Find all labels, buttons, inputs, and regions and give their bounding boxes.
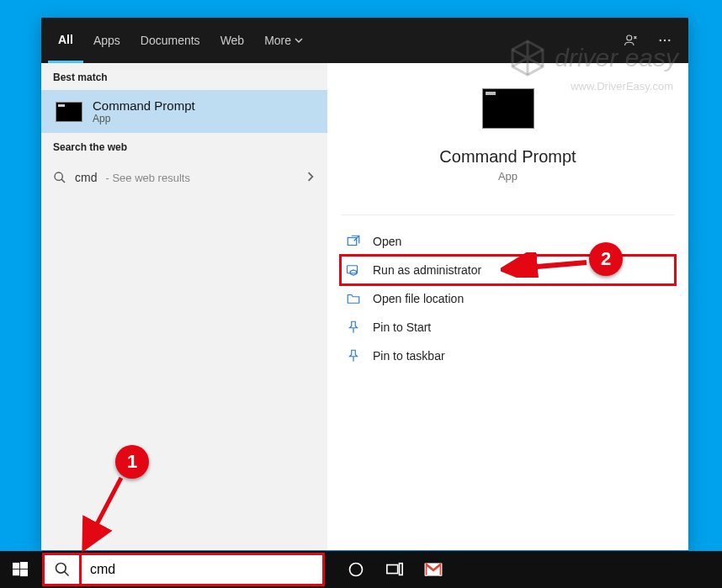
cortana-button[interactable] (337, 551, 375, 588)
search-icon (53, 171, 66, 184)
chevron-right-icon (305, 170, 316, 185)
annotation-badge-2: 2 (589, 242, 623, 276)
tab-more[interactable]: More (254, 18, 313, 63)
cortana-icon (348, 561, 364, 578)
web-hint: - See web results (105, 172, 189, 184)
action-run-as-administrator[interactable]: Run as administrator (341, 256, 675, 284)
gmail-icon (424, 563, 443, 576)
action-run-admin-label: Run as administrator (373, 263, 481, 277)
svg-point-2 (664, 40, 666, 41)
svg-point-0 (627, 35, 632, 40)
svg-rect-14 (400, 564, 403, 575)
web-query: cmd (75, 171, 97, 184)
action-open-file-location[interactable]: Open file location (341, 284, 675, 313)
windows-logo-icon (13, 562, 28, 577)
result-subtitle: App (93, 113, 195, 124)
search-web-label: Search the web (41, 133, 327, 160)
search-tabs: All Apps Documents Web More (41, 18, 688, 63)
taskbar-search-icon[interactable] (45, 555, 82, 584)
best-match-result[interactable]: Command Prompt App (41, 90, 327, 133)
more-options-icon[interactable] (648, 24, 682, 57)
preview-thumbnail-icon (482, 88, 534, 129)
taskbar-search-input[interactable] (82, 555, 322, 584)
pin-start-icon (346, 320, 361, 335)
svg-rect-7 (13, 563, 19, 569)
annotation-badge-1: 1 (115, 445, 149, 479)
web-result-row[interactable]: cmd - See web results (41, 160, 327, 195)
preview-pane: Command Prompt App Open Run as administr… (327, 63, 688, 550)
start-button[interactable] (0, 551, 40, 588)
svg-rect-8 (20, 562, 28, 569)
run-admin-icon (346, 262, 361, 278)
result-title: Command Prompt (93, 98, 195, 113)
action-pin-start-label: Pin to Start (373, 320, 431, 334)
feedback-icon[interactable] (614, 24, 648, 57)
svg-point-4 (55, 172, 62, 180)
svg-rect-10 (20, 569, 28, 576)
action-open-label: Open (373, 235, 401, 248)
results-column: Best match Command Prompt App Search the… (41, 63, 327, 550)
svg-rect-6 (348, 266, 358, 273)
tab-all[interactable]: All (48, 18, 83, 63)
best-match-label: Best match (41, 63, 327, 90)
task-view-icon (385, 560, 404, 579)
taskbar-search (42, 553, 325, 586)
preview-title: Command Prompt (439, 147, 576, 167)
svg-point-12 (350, 564, 363, 576)
task-view-button[interactable] (375, 551, 414, 588)
chevron-down-icon (295, 36, 303, 45)
action-pin-to-taskbar[interactable]: Pin to taskbar (341, 342, 675, 370)
cmd-thumbnail-icon (56, 102, 82, 122)
folder-icon (346, 291, 361, 306)
action-pin-to-start[interactable]: Pin to Start (341, 313, 675, 342)
svg-rect-9 (13, 569, 19, 575)
svg-point-11 (56, 564, 66, 574)
action-open-loc-label: Open file location (373, 292, 464, 305)
tab-web[interactable]: Web (210, 18, 255, 63)
gmail-taskbar-icon[interactable] (414, 551, 453, 588)
svg-rect-5 (348, 238, 357, 246)
search-icon (54, 561, 71, 578)
open-icon (346, 234, 361, 249)
tab-apps[interactable]: Apps (83, 18, 130, 63)
taskbar (0, 551, 722, 588)
svg-rect-13 (387, 565, 398, 574)
tab-more-label: More (264, 34, 291, 47)
svg-point-3 (668, 40, 670, 41)
preview-subtitle: App (498, 170, 518, 183)
actions-list: Open Run as administrator Open file loca… (341, 215, 675, 370)
tab-documents[interactable]: Documents (130, 18, 210, 63)
action-pin-taskbar-label: Pin to taskbar (373, 349, 445, 363)
pin-taskbar-icon (346, 348, 361, 363)
svg-point-1 (660, 40, 661, 41)
action-open[interactable]: Open (341, 227, 675, 256)
